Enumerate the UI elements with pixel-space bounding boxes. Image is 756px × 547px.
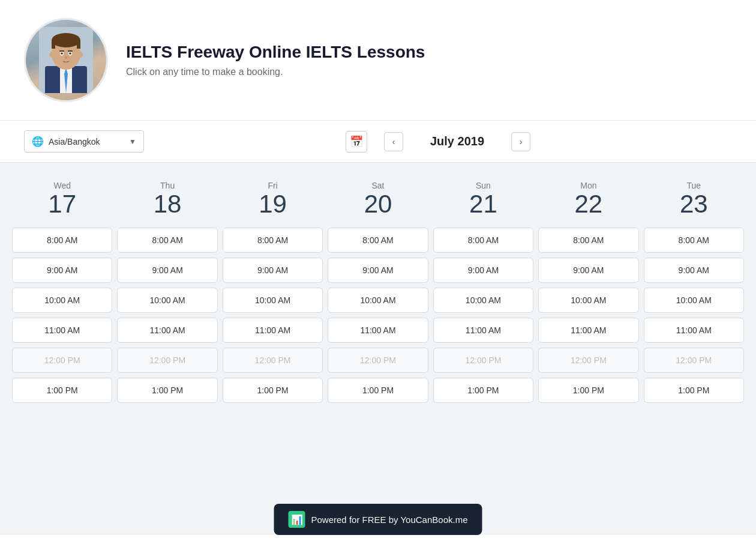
time-slot-11-00-am[interactable]: 11:00 AM bbox=[117, 318, 217, 343]
time-slot-11-00-am[interactable]: 11:00 AM bbox=[328, 318, 428, 343]
day-column-wed: Wed178:00 AM9:00 AM10:00 AM11:00 AM12:00… bbox=[12, 181, 112, 403]
time-slot-10-00-am[interactable]: 10:00 AM bbox=[644, 288, 744, 313]
time-slot-8-00-am[interactable]: 8:00 AM bbox=[117, 228, 217, 253]
ycbm-icon: 📊 bbox=[289, 511, 305, 528]
day-column-tue: Tue238:00 AM9:00 AM10:00 AM11:00 AM12:00… bbox=[644, 181, 744, 403]
day-name-label: Mon bbox=[574, 181, 602, 190]
day-header-sat: Sat20 bbox=[364, 181, 392, 218]
time-slot-10-00-am[interactable]: 10:00 AM bbox=[223, 288, 323, 313]
svg-point-11 bbox=[61, 52, 63, 55]
day-column-thu: Thu188:00 AM9:00 AM10:00 AM11:00 AM12:00… bbox=[117, 181, 217, 403]
time-slot-1-00-pm[interactable]: 1:00 PM bbox=[223, 378, 323, 403]
time-slot-12-00-pm: 12:00 PM bbox=[328, 348, 428, 373]
time-slot-10-00-am[interactable]: 10:00 AM bbox=[433, 288, 533, 313]
time-slot-1-00-pm[interactable]: 1:00 PM bbox=[433, 378, 533, 403]
next-month-button[interactable]: › bbox=[511, 132, 530, 151]
time-slot-11-00-am[interactable]: 11:00 AM bbox=[433, 318, 533, 343]
time-slot-9-00-am[interactable]: 9:00 AM bbox=[12, 258, 112, 283]
days-grid: Wed178:00 AM9:00 AM10:00 AM11:00 AM12:00… bbox=[12, 181, 744, 403]
timezone-dropdown[interactable]: 🌐 Asia/Bangkok ▼ bbox=[24, 130, 144, 153]
day-column-fri: Fri198:00 AM9:00 AM10:00 AM11:00 AM12:00… bbox=[223, 181, 323, 403]
day-name-label: Wed bbox=[48, 181, 76, 190]
day-column-sat: Sat208:00 AM9:00 AM10:00 AM11:00 AM12:00… bbox=[328, 181, 428, 403]
day-header-mon: Mon22 bbox=[574, 181, 602, 218]
svg-rect-13 bbox=[59, 50, 64, 52]
day-number-label: 23 bbox=[680, 190, 708, 218]
day-name-label: Thu bbox=[154, 181, 182, 190]
footer-banner-text: Powered for FREE by YouCanBook.me bbox=[311, 515, 468, 525]
day-column-sun: Sun218:00 AM9:00 AM10:00 AM11:00 AM12:00… bbox=[433, 181, 533, 403]
day-name-label: Tue bbox=[680, 181, 708, 190]
day-name-label: Fri bbox=[259, 181, 287, 190]
time-slot-11-00-am[interactable]: 11:00 AM bbox=[12, 318, 112, 343]
time-slot-12-00-pm: 12:00 PM bbox=[117, 348, 217, 373]
time-slot-8-00-am[interactable]: 8:00 AM bbox=[12, 228, 112, 253]
avatar-image bbox=[26, 20, 106, 100]
day-header-sun: Sun21 bbox=[469, 181, 497, 218]
day-header-wed: Wed17 bbox=[48, 181, 76, 218]
svg-rect-8 bbox=[77, 40, 80, 49]
header: IELTS Freeway Online IELTS Lessons Click… bbox=[0, 0, 756, 121]
time-slot-9-00-am[interactable]: 9:00 AM bbox=[117, 258, 217, 283]
time-slot-11-00-am[interactable]: 11:00 AM bbox=[538, 318, 638, 343]
day-number-label: 22 bbox=[574, 190, 602, 218]
day-header-tue: Tue23 bbox=[680, 181, 708, 218]
day-number-label: 18 bbox=[154, 190, 182, 218]
time-slot-12-00-pm: 12:00 PM bbox=[12, 348, 112, 373]
calendar-area: Wed178:00 AM9:00 AM10:00 AM11:00 AM12:00… bbox=[0, 163, 756, 535]
footer-banner[interactable]: 📊 Powered for FREE by YouCanBook.me bbox=[274, 504, 482, 535]
calendar-icon: 📅 bbox=[350, 135, 363, 148]
time-slot-8-00-am[interactable]: 8:00 AM bbox=[538, 228, 638, 253]
time-slot-1-00-pm[interactable]: 1:00 PM bbox=[328, 378, 428, 403]
time-slot-9-00-am[interactable]: 9:00 AM bbox=[644, 258, 744, 283]
day-header-thu: Thu18 bbox=[154, 181, 182, 218]
time-slot-8-00-am[interactable]: 8:00 AM bbox=[433, 228, 533, 253]
month-title: July 2019 bbox=[415, 134, 499, 148]
time-slot-12-00-pm: 12:00 PM bbox=[223, 348, 323, 373]
globe-icon: 🌐 bbox=[32, 136, 44, 147]
day-number-label: 19 bbox=[259, 190, 287, 218]
time-slot-1-00-pm[interactable]: 1:00 PM bbox=[644, 378, 744, 403]
time-slot-11-00-am[interactable]: 11:00 AM bbox=[644, 318, 744, 343]
time-slot-1-00-pm[interactable]: 1:00 PM bbox=[12, 378, 112, 403]
header-text-block: IELTS Freeway Online IELTS Lessons Click… bbox=[126, 43, 425, 77]
time-slot-10-00-am[interactable]: 10:00 AM bbox=[12, 288, 112, 313]
time-slot-10-00-am[interactable]: 10:00 AM bbox=[538, 288, 638, 313]
time-slot-8-00-am[interactable]: 8:00 AM bbox=[223, 228, 323, 253]
time-slot-12-00-pm: 12:00 PM bbox=[433, 348, 533, 373]
day-header-fri: Fri19 bbox=[259, 181, 287, 218]
month-navigation: 📅 ‹ July 2019 › bbox=[144, 131, 732, 153]
timezone-label: Asia/Bangkok bbox=[49, 137, 124, 147]
time-slot-11-00-am[interactable]: 11:00 AM bbox=[223, 318, 323, 343]
svg-point-15 bbox=[65, 56, 68, 59]
calendar-icon-button[interactable]: 📅 bbox=[346, 131, 367, 153]
time-slot-8-00-am[interactable]: 8:00 AM bbox=[644, 228, 744, 253]
svg-rect-7 bbox=[52, 40, 55, 49]
day-number-label: 21 bbox=[469, 190, 497, 218]
time-slot-10-00-am[interactable]: 10:00 AM bbox=[328, 288, 428, 313]
time-slot-9-00-am[interactable]: 9:00 AM bbox=[433, 258, 533, 283]
page-title: IELTS Freeway Online IELTS Lessons bbox=[126, 43, 425, 62]
page-subtitle: Click on any time to make a booking. bbox=[126, 67, 425, 77]
time-slot-1-00-pm[interactable]: 1:00 PM bbox=[117, 378, 217, 403]
svg-point-12 bbox=[69, 52, 71, 55]
time-slot-12-00-pm: 12:00 PM bbox=[644, 348, 744, 373]
time-slot-9-00-am[interactable]: 9:00 AM bbox=[328, 258, 428, 283]
time-slot-9-00-am[interactable]: 9:00 AM bbox=[538, 258, 638, 283]
day-number-label: 17 bbox=[48, 190, 76, 218]
prev-month-button[interactable]: ‹ bbox=[384, 132, 403, 151]
chevron-down-icon: ▼ bbox=[129, 138, 136, 146]
time-slot-10-00-am[interactable]: 10:00 AM bbox=[117, 288, 217, 313]
time-slot-1-00-pm[interactable]: 1:00 PM bbox=[538, 378, 638, 403]
time-slot-8-00-am[interactable]: 8:00 AM bbox=[328, 228, 428, 253]
day-name-label: Sun bbox=[469, 181, 497, 190]
day-name-label: Sat bbox=[364, 181, 392, 190]
svg-point-17 bbox=[78, 52, 83, 58]
avatar bbox=[24, 18, 108, 102]
day-column-mon: Mon228:00 AM9:00 AM10:00 AM11:00 AM12:00… bbox=[538, 181, 638, 403]
time-slot-9-00-am[interactable]: 9:00 AM bbox=[223, 258, 323, 283]
day-number-label: 20 bbox=[364, 190, 392, 218]
svg-rect-14 bbox=[68, 50, 73, 52]
toolbar: 🌐 Asia/Bangkok ▼ 📅 ‹ July 2019 › bbox=[0, 121, 756, 163]
svg-point-6 bbox=[52, 33, 80, 47]
